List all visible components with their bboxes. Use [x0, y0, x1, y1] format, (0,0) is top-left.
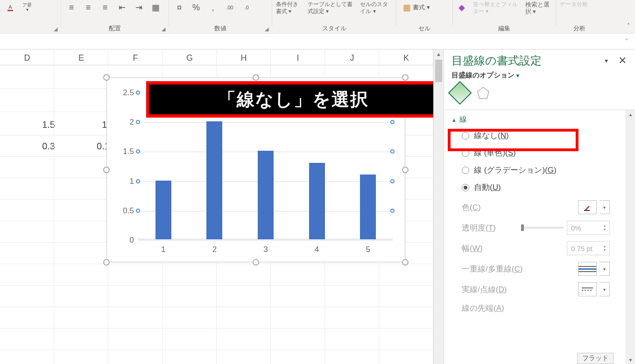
transparency-input[interactable]: 0%▴▾: [567, 221, 610, 235]
column-header[interactable]: F: [108, 52, 162, 65]
decrease-decimal-icon[interactable]: .0: [240, 1, 253, 14]
align-right-icon[interactable]: ≡: [99, 1, 112, 14]
width-input[interactable]: 0.75 pt▴▾: [567, 241, 610, 255]
scroll-thumb[interactable]: [435, 60, 442, 82]
prop-width[interactable]: 幅(W) 0.75 pt▴▾: [462, 241, 610, 255]
scroll-up-arrow[interactable]: ▲: [626, 110, 635, 119]
resize-handle[interactable]: [103, 167, 110, 173]
line-section-header[interactable]: ▲ 線: [444, 110, 626, 130]
alignment-group-label: 配置: [61, 24, 169, 33]
chart-bar[interactable]: [258, 151, 274, 239]
scroll-down-arrow[interactable]: ▼: [626, 356, 635, 364]
transparency-slider[interactable]: [522, 227, 564, 229]
resize-handle[interactable]: [253, 259, 259, 266]
resize-handle[interactable]: [103, 259, 110, 266]
resize-handle[interactable]: [402, 167, 409, 173]
resize-handle[interactable]: [402, 259, 409, 266]
color-dropdown[interactable]: ▾: [600, 200, 610, 214]
gridline-marker[interactable]: [136, 179, 140, 183]
pane-scrollbar[interactable]: ▲ ▼: [626, 110, 635, 364]
increase-decimal-icon[interactable]: .00: [223, 1, 236, 14]
x-axis-label: 1: [161, 245, 165, 254]
prop-transparency[interactable]: 透明度(T) 0%▴▾: [462, 221, 610, 235]
column-header[interactable]: J: [325, 52, 379, 65]
gridline-marker[interactable]: [136, 120, 140, 124]
sheet-vertical-scrollbar[interactable]: ▲: [433, 49, 444, 364]
cell-d1[interactable]: 1.5: [0, 119, 60, 130]
align-center-icon[interactable]: ≡: [82, 1, 95, 14]
compound-line-button[interactable]: [578, 262, 597, 276]
column-header[interactable]: E: [54, 52, 108, 65]
comma-format-icon[interactable]: ,: [206, 1, 219, 14]
cell[interactable]: [54, 65, 108, 112]
column-header[interactable]: I: [271, 52, 325, 65]
gridline-marker[interactable]: [136, 149, 140, 154]
chart-bar[interactable]: [360, 175, 376, 239]
prop-compound[interactable]: 一重線/多重線(C) ▾: [462, 262, 610, 276]
chart-bar[interactable]: [206, 121, 222, 239]
prop-color[interactable]: 色(C) ▾: [462, 200, 610, 214]
increase-indent-icon[interactable]: ⇥: [132, 1, 145, 14]
dash-type-button[interactable]: [578, 282, 597, 296]
column-header[interactable]: G: [162, 52, 217, 65]
radio-no-line[interactable]: 線なし(N): [462, 130, 618, 141]
sort-filter-button[interactable]: 並べ替えとフィルター ▾: [473, 1, 519, 15]
gridline-marker[interactable]: [390, 179, 395, 183]
chart-bar[interactable]: [155, 181, 171, 239]
cap-type-flat-button[interactable]: フラット: [577, 353, 614, 364]
gridline-marker[interactable]: [390, 209, 395, 213]
resize-handle[interactable]: [103, 74, 110, 81]
chevron-down-icon[interactable]: ▾: [516, 72, 519, 79]
cell-d2[interactable]: 0.3: [0, 141, 60, 152]
compound-dropdown[interactable]: ▾: [600, 262, 610, 276]
pane-options-dropdown[interactable]: ▾: [605, 57, 608, 64]
editing-group-label: 編集: [453, 24, 556, 33]
currency-format-icon[interactable]: ¤: [173, 1, 186, 14]
find-select-button[interactable]: 検索と選択 ▾: [525, 1, 552, 15]
prop-cap[interactable]: 線の先端(A): [462, 303, 610, 314]
color-picker-button[interactable]: [578, 200, 597, 214]
phonetic-guide-button[interactable]: ア亜▾: [21, 1, 34, 14]
conditional-formatting-button[interactable]: 条件付き書式 ▾: [276, 1, 304, 15]
x-axis-label: 4: [315, 245, 319, 254]
font-group-launcher[interactable]: ◢: [52, 26, 59, 32]
alignment-group-launcher[interactable]: ◢: [160, 26, 167, 32]
format-as-table-button[interactable]: テーブルとして書式設定 ▾: [308, 1, 356, 15]
pane-close-button[interactable]: ✕: [618, 55, 627, 67]
column-header[interactable]: D: [0, 52, 54, 65]
resize-handle[interactable]: [402, 74, 409, 81]
radio-automatic[interactable]: 自動(U): [462, 182, 618, 193]
worksheet[interactable]: DEFGHIJK 1.5 1.3 0.3 0.15: [0, 49, 433, 364]
dash-dropdown[interactable]: ▾: [600, 282, 610, 296]
svg-rect-1: [584, 210, 590, 211]
pane-subtitle[interactable]: 目盛線のオプション: [452, 71, 515, 80]
collapse-ribbon-icon[interactable]: ˄: [627, 22, 630, 30]
column-header[interactable]: H: [217, 52, 271, 65]
radio-solid-line[interactable]: 線 (単色)(S): [462, 147, 618, 158]
fill-color-icon[interactable]: ◆: [457, 1, 466, 14]
cell-format-button[interactable]: ▦ 書式 ▾: [400, 1, 433, 14]
merge-cells-icon[interactable]: ▦: [149, 1, 162, 14]
column-header[interactable]: K: [379, 52, 433, 65]
gridline-marker[interactable]: [390, 149, 395, 154]
fill-line-tab-icon[interactable]: [448, 81, 472, 105]
gridline-marker[interactable]: [136, 209, 140, 213]
radio-gradient-line[interactable]: 線 (グラデーション)(G): [462, 165, 618, 175]
decrease-indent-icon[interactable]: ⇤: [115, 1, 128, 14]
chart-bar[interactable]: [309, 163, 325, 239]
align-left-icon[interactable]: ≡: [65, 1, 78, 14]
y-axis-label: 2.5: [115, 88, 138, 98]
effects-tab-icon[interactable]: [475, 84, 492, 101]
gridline-marker[interactable]: [136, 91, 140, 95]
percent-format-icon[interactable]: %: [190, 1, 203, 14]
scroll-up-arrow[interactable]: ▲: [434, 49, 444, 59]
number-group-launcher[interactable]: ◢: [263, 26, 270, 32]
prop-dash[interactable]: 実線/点線(D) ▾: [462, 282, 610, 296]
data-analysis-button[interactable]: データ分析: [560, 1, 588, 7]
resize-handle[interactable]: [253, 74, 259, 81]
font-color-button[interactable]: A: [4, 1, 17, 14]
formula-bar-expand-icon[interactable]: ˅: [625, 38, 628, 45]
cell-styles-button[interactable]: セルのスタイル ▾: [360, 1, 392, 15]
gridline-marker[interactable]: [390, 120, 395, 124]
cell[interactable]: [0, 65, 54, 112]
